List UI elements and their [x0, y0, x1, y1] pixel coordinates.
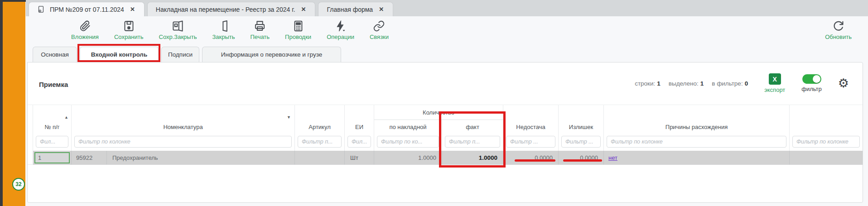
tab-label: Главная форма — [327, 6, 373, 13]
toggle-knob — [813, 75, 820, 83]
tab-registry[interactable]: Накладная на перемещение - Реестр за 202… — [147, 2, 316, 16]
group-cell-shortage — [503, 105, 559, 120]
grid-controls: строки:1 выделено:1 в фильтре:0 X экспор… — [635, 71, 849, 96]
toolbar: Вложения Сохранить Сохр.Закрыть Закрыть … — [26, 20, 868, 40]
focused-cell[interactable]: 1 — [34, 152, 70, 163]
col-header-nomenclature[interactable]: Номенклатура — [72, 120, 295, 134]
col-header-fact[interactable]: факт — [442, 120, 503, 134]
row-strip-header — [28, 105, 33, 120]
subtab-input-control[interactable]: Входной контроль — [80, 47, 159, 62]
nomenclature-name: Предохранитель — [107, 151, 158, 164]
operations-button[interactable]: Операции — [327, 20, 354, 40]
cell-reasons: нет — [604, 151, 790, 165]
cell-num[interactable]: 1 — [33, 151, 72, 165]
group-cell-articul — [295, 105, 345, 120]
cell-articul[interactable] — [295, 151, 345, 165]
filter-input-shortage[interactable] — [506, 136, 555, 148]
document-icon — [37, 5, 45, 13]
table-row[interactable]: 1 95922 Предохранитель Шт 1.0000 1.0000 … — [28, 151, 863, 165]
reason-link[interactable]: нет — [608, 154, 617, 161]
group-cell-nomen: ▼ — [72, 105, 295, 120]
links-button[interactable]: Связки — [370, 20, 389, 40]
row-strip-header — [28, 134, 33, 151]
close-icon[interactable]: ✕ — [300, 5, 307, 14]
calculator-icon — [292, 20, 304, 32]
print-label: Печать — [250, 34, 270, 40]
subtab-carrier-info[interactable]: Информация о перевозчике и грузе — [202, 47, 341, 62]
paperclip-icon — [79, 20, 91, 32]
close-button[interactable]: Закрыть — [212, 20, 235, 40]
section-title: Приемка — [39, 81, 68, 88]
group-cell-extra — [790, 105, 863, 120]
app-sidebar — [3, 2, 25, 206]
group-cell-unit — [345, 105, 374, 120]
filter-control: фильтр — [801, 74, 821, 92]
row-strip-header — [28, 120, 33, 134]
group-header-quantity: Количество — [374, 105, 503, 120]
col-header-num[interactable]: № п/г — [33, 120, 72, 134]
col-header-by-invoice[interactable]: по накладной — [374, 120, 442, 134]
cell-surplus[interactable]: 0.0000 — [559, 151, 604, 165]
attachments-button[interactable]: Вложения — [71, 20, 99, 40]
cell-nomenclature[interactable]: 95922 Предохранитель — [72, 151, 295, 165]
filter-input-nomenclature[interactable] — [74, 136, 292, 148]
close-icon[interactable]: ✕ — [129, 5, 136, 14]
subtab-signatures[interactable]: Подписи — [161, 47, 199, 62]
filter-input-surplus[interactable] — [561, 136, 601, 148]
window-tab-bar: ПРМ №209 от 07.11.2024 ✕ Накладная на пе… — [26, 0, 868, 16]
filter-input-extra[interactable] — [792, 136, 860, 148]
save-close-label: Сохр.Закрыть — [159, 34, 197, 40]
save-close-button[interactable]: Сохр.Закрыть — [159, 20, 197, 40]
sort-asc-icon: ▲ — [64, 115, 68, 120]
printer-icon — [254, 20, 266, 32]
filter-toggle[interactable] — [802, 74, 821, 84]
col-header-reasons[interactable]: Причины расхождения — [604, 120, 790, 134]
filter-input-reasons[interactable] — [607, 136, 786, 148]
filter-input-fact[interactable] — [445, 136, 500, 148]
filter-input-by-invoice[interactable] — [377, 136, 439, 148]
sort-desc-icon: ▼ — [287, 115, 291, 120]
save-close-icon — [172, 20, 184, 32]
cell-shortage[interactable]: 0.0000 — [503, 151, 559, 165]
col-header-shortage[interactable]: Недостача — [503, 120, 559, 134]
filter-input-articul[interactable] — [298, 136, 342, 148]
export-control: X экспорт — [764, 73, 785, 93]
tab-label: Накладная на перемещение - Реестр за 202… — [156, 6, 295, 13]
save-icon — [123, 20, 135, 32]
filter-toggle-label: фильтр — [801, 86, 821, 92]
cell-unit[interactable]: Шт — [345, 151, 374, 165]
operations-label: Операции — [327, 34, 354, 40]
tab-document-prm[interactable]: ПРМ №209 от 07.11.2024 ✕ — [29, 2, 145, 16]
mail-count-badge: 32 — [12, 178, 25, 191]
cell-fact[interactable]: 1.0000 — [442, 151, 503, 165]
filter-input-num[interactable] — [36, 136, 68, 148]
refresh-label: Обновить — [825, 34, 852, 40]
refresh-icon — [832, 20, 844, 32]
excel-export-button[interactable]: X — [769, 73, 781, 85]
lightning-icon — [334, 20, 347, 32]
col-header-extra — [790, 120, 863, 134]
table-group-row: ▲ ▼ Количество — [28, 105, 863, 120]
refresh-button[interactable]: Обновить — [825, 20, 852, 40]
priemka-table: ▲ ▼ Количество № п/г Номенклатура Артику… — [28, 105, 863, 165]
print-button[interactable]: Печать — [250, 20, 270, 40]
filter-input-unit[interactable] — [347, 136, 371, 148]
filtered-value: 0 — [745, 80, 748, 87]
cell-by-invoice[interactable]: 1.0000 — [374, 151, 442, 165]
save-button[interactable]: Сохранить — [114, 20, 144, 40]
close-icon[interactable]: ✕ — [378, 5, 385, 14]
filtered-label: в фильтре: — [712, 80, 743, 87]
col-header-surplus[interactable]: Излишек — [559, 120, 604, 134]
postings-label: Проводки — [285, 34, 311, 40]
export-label: экспорт — [764, 86, 785, 93]
priemka-panel: Приемка строки:1 выделено:1 в фильтре:0 … — [27, 62, 863, 203]
chain-icon — [373, 20, 385, 32]
col-header-articul[interactable]: Артикул — [295, 120, 345, 134]
postings-button[interactable]: Проводки — [285, 20, 311, 40]
selected-value: 1 — [700, 80, 704, 87]
gear-icon[interactable]: ⚙ — [838, 77, 849, 90]
form-subtabs: Основная Входной контроль Подписи Информ… — [33, 47, 341, 62]
subtab-main[interactable]: Основная — [33, 47, 77, 62]
col-header-unit[interactable]: ЕИ — [345, 120, 374, 134]
tab-main-form[interactable]: Главная форма ✕ — [318, 2, 393, 16]
